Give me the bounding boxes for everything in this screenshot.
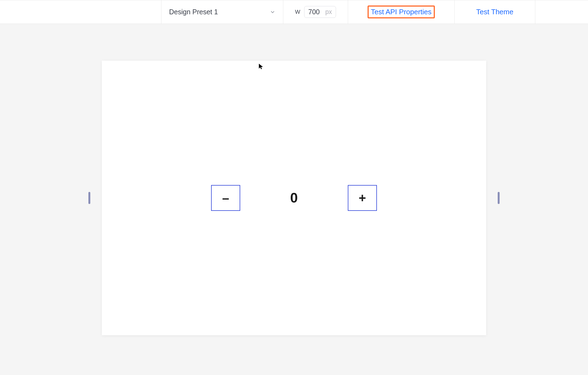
theme-cell: Test Theme — [455, 0, 535, 24]
canvas-wrapper: – 0 + — [88, 61, 500, 335]
canvas-area: – 0 + — [0, 24, 588, 375]
counter-value: 0 — [290, 190, 298, 206]
toolbar: Design Preset 1 W px Test API Properties… — [0, 0, 588, 24]
preset-label: Design Preset 1 — [169, 8, 218, 16]
decrement-button[interactable]: – — [211, 185, 240, 211]
resize-handle-right[interactable] — [498, 192, 500, 204]
width-input[interactable] — [308, 8, 321, 16]
test-theme-button[interactable]: Test Theme — [476, 8, 513, 16]
preview-canvas: – 0 + — [102, 61, 486, 335]
design-preset-dropdown[interactable]: Design Preset 1 — [161, 0, 283, 24]
test-api-properties-button[interactable]: Test API Properties — [368, 5, 435, 18]
toolbar-spacer — [0, 0, 161, 24]
width-control: W px — [283, 0, 348, 24]
chevron-down-icon — [270, 9, 275, 15]
counter-widget: – 0 + — [211, 185, 377, 211]
resize-handle-left[interactable] — [88, 192, 90, 204]
increment-button[interactable]: + — [348, 185, 377, 211]
api-properties-cell: Test API Properties — [348, 0, 455, 24]
width-unit: px — [325, 8, 332, 16]
width-input-wrap: px — [304, 6, 336, 18]
width-label: W — [295, 9, 300, 15]
